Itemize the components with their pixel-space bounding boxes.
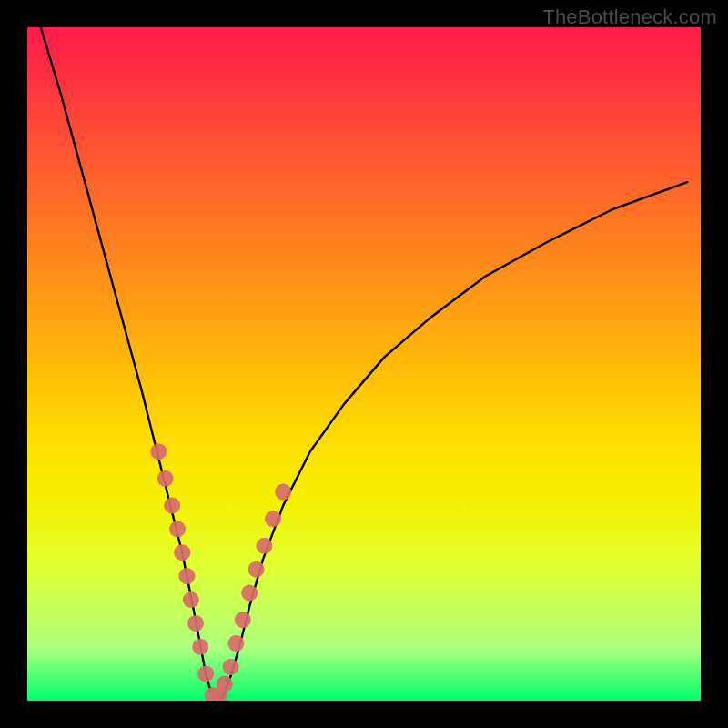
highlight-dot <box>248 561 265 578</box>
chart-svg <box>27 27 701 701</box>
highlight-dot <box>235 612 251 628</box>
highlight-dot <box>187 615 204 632</box>
highlight-dot <box>150 443 167 460</box>
highlight-dot <box>178 568 195 584</box>
highlight-dot <box>222 659 238 675</box>
highlight-dot <box>275 484 291 500</box>
bottleneck-curve <box>41 27 687 697</box>
highlight-dot <box>164 497 180 513</box>
highlight-dot <box>169 521 186 537</box>
highlight-dot <box>241 585 258 602</box>
highlight-dot <box>197 665 214 682</box>
plot-area <box>27 27 701 701</box>
highlight-dot <box>217 676 233 693</box>
highlight-dot <box>174 544 190 561</box>
highlight-dot <box>157 470 174 487</box>
highlight-dot <box>192 639 208 655</box>
highlight-dot <box>228 635 244 652</box>
highlight-dot <box>183 592 199 608</box>
chart-frame: TheBottleneck.com <box>0 0 728 728</box>
highlight-dot <box>265 511 281 527</box>
watermark-text: TheBottleneck.com <box>542 5 717 29</box>
highlight-dot <box>256 538 272 554</box>
